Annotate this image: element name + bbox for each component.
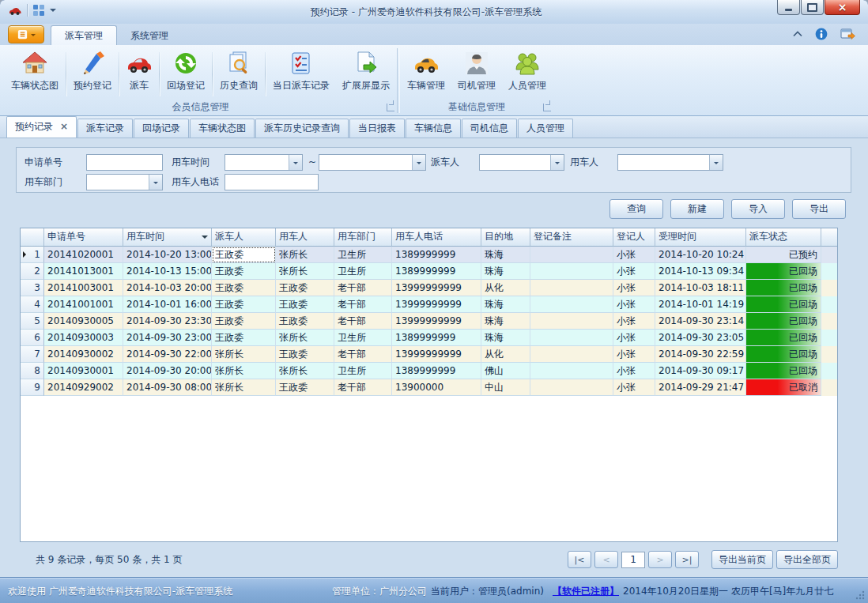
doc-tab-2[interactable]: 派车记录: [77, 119, 133, 138]
ribbon-button-1-1[interactable]: 车辆状态图: [5, 48, 65, 100]
row-header[interactable]: 7: [21, 346, 44, 363]
cell-status[interactable]: 已回场: [746, 296, 821, 313]
cell-destination[interactable]: 珠海: [481, 263, 530, 280]
cell-registrar[interactable]: 小张: [613, 313, 655, 330]
table-row[interactable]: 4201410010012014-10-01 16:00王政委王政委老干部139…: [21, 296, 837, 313]
resize-grip-icon[interactable]: [855, 590, 865, 600]
column-header-6[interactable]: 用车人电话: [392, 228, 481, 247]
quick-access-dropdown-icon[interactable]: [50, 9, 56, 15]
ribbon-button-1-3[interactable]: 派车: [120, 48, 158, 100]
cell-registrar[interactable]: 小张: [613, 263, 655, 280]
cell-status[interactable]: 已回场: [746, 280, 821, 296]
dispatcher-combobox[interactable]: [479, 154, 564, 171]
user-combobox[interactable]: [617, 154, 723, 171]
ribbon-button-2-1[interactable]: 车辆管理: [401, 48, 451, 100]
cell-use-time[interactable]: 2014-09-30 20:00: [123, 363, 212, 379]
doc-tab-5[interactable]: 派车历史记录查询: [255, 119, 349, 138]
ribbon-button-1-6[interactable]: 当日派车记录: [266, 48, 336, 100]
cell-order-no[interactable]: 20140930003: [44, 330, 123, 346]
cell-order-no[interactable]: 20141003001: [44, 280, 123, 296]
table-row[interactable]: 7201409300022014-09-30 22:00张所长王政委老干部139…: [21, 346, 837, 363]
first-page-button[interactable]: |<: [568, 551, 591, 568]
doc-tab-6[interactable]: 当日报表: [349, 119, 405, 138]
column-header-3[interactable]: 派车人: [212, 228, 276, 247]
cell-destination[interactable]: 从化: [481, 280, 530, 296]
cell-registrar[interactable]: 小张: [613, 379, 655, 396]
doc-tab-9[interactable]: 人员管理: [518, 119, 573, 138]
cell-accept-time[interactable]: 2014-10-20 10:24: [655, 247, 746, 263]
department-combobox[interactable]: [86, 174, 163, 190]
cell-user[interactable]: 王政委: [276, 379, 334, 396]
cell-use-time[interactable]: 2014-10-13 15:00: [123, 263, 212, 280]
layout-grid-icon[interactable]: [32, 4, 45, 17]
cell-remark[interactable]: [530, 379, 613, 396]
cell-phone[interactable]: 1389999999: [392, 263, 481, 280]
cell-phone[interactable]: 13900000: [392, 379, 481, 396]
ribbon-button-2-2[interactable]: 司机管理: [451, 48, 502, 100]
cell-user[interactable]: 张所长: [276, 247, 334, 263]
cell-accept-time[interactable]: 2014-09-29 21:47: [655, 379, 746, 396]
cell-dispatcher[interactable]: 王政委: [212, 330, 276, 346]
cell-department[interactable]: 老干部: [334, 313, 392, 330]
row-header[interactable]: 3: [21, 280, 44, 296]
ribbon-button-1-7[interactable]: 扩展屏显示: [336, 48, 396, 100]
cell-department[interactable]: 老干部: [334, 346, 392, 363]
cell-destination[interactable]: 珠海: [481, 247, 530, 263]
cell-use-time[interactable]: 2014-09-30 23:30: [123, 313, 212, 330]
doc-tab-3[interactable]: 回场记录: [134, 119, 189, 138]
chevron-down-icon[interactable]: [289, 155, 302, 170]
row-header[interactable]: 6: [21, 330, 44, 346]
cell-department[interactable]: 卫生所: [334, 263, 392, 280]
cell-registrar[interactable]: 小张: [613, 247, 655, 263]
column-header-1[interactable]: 申请单号: [44, 228, 123, 247]
cell-user[interactable]: 王政委: [276, 296, 334, 313]
cell-destination[interactable]: 珠海: [481, 296, 530, 313]
column-header-8[interactable]: 登记备注: [530, 228, 613, 247]
info-icon[interactable]: [815, 28, 828, 40]
cell-status[interactable]: 已回场: [746, 313, 821, 330]
chevron-down-icon[interactable]: [550, 155, 564, 170]
query-button[interactable]: 查询: [609, 199, 663, 219]
cell-phone[interactable]: 1389999999: [392, 247, 481, 263]
cell-user[interactable]: 张所长: [276, 363, 334, 379]
export-current-page-button[interactable]: 导出当前页: [711, 550, 773, 569]
cell-destination[interactable]: 从化: [481, 346, 530, 363]
cell-dispatcher[interactable]: 张所长: [212, 379, 276, 396]
last-page-button[interactable]: >|: [675, 551, 699, 568]
request-no-input[interactable]: [86, 154, 163, 171]
cell-accept-time[interactable]: 2014-09-30 09:17: [655, 363, 746, 379]
cell-dispatcher[interactable]: 王政委: [212, 247, 276, 263]
cell-department[interactable]: 老干部: [334, 379, 392, 396]
cell-registrar[interactable]: 小张: [613, 363, 655, 379]
minimize-button[interactable]: [777, 0, 800, 15]
use-time-from-combobox[interactable]: [225, 154, 303, 171]
table-row[interactable]: 9201409290022014-09-30 08:00张所长王政委老干部139…: [21, 379, 837, 396]
cell-user[interactable]: 张所长: [276, 263, 334, 280]
cell-dispatcher[interactable]: 王政委: [212, 313, 276, 330]
ribbon-button-2-3[interactable]: 人员管理: [502, 48, 553, 100]
cell-use-time[interactable]: 2014-09-30 22:00: [123, 346, 212, 363]
app-menu-button[interactable]: [8, 25, 44, 43]
column-header-10[interactable]: 受理时间: [655, 228, 746, 247]
cell-accept-time[interactable]: 2014-09-30 23:14: [655, 313, 746, 330]
cell-phone[interactable]: 13999999999: [392, 313, 481, 330]
column-header-9[interactable]: 登记人: [613, 228, 655, 247]
cell-dispatcher[interactable]: 王政委: [212, 296, 276, 313]
row-header[interactable]: 2: [21, 263, 44, 280]
ribbon-button-1-4[interactable]: 回场登记: [160, 48, 211, 100]
column-header-2[interactable]: 用车时间: [123, 228, 212, 247]
cell-accept-time[interactable]: 2014-10-01 14:19: [655, 296, 746, 313]
next-page-button[interactable]: >: [648, 551, 672, 568]
cell-remark[interactable]: [530, 330, 613, 346]
cell-use-time[interactable]: 2014-10-03 20:00: [123, 280, 212, 296]
cell-registrar[interactable]: 小张: [613, 330, 655, 346]
cell-status[interactable]: 已预约: [746, 247, 821, 263]
cell-order-no[interactable]: 20141001001: [44, 296, 123, 313]
collapse-ribbon-chevron-icon[interactable]: [793, 31, 802, 37]
row-header[interactable]: 5: [21, 313, 44, 330]
cell-department[interactable]: 老干部: [334, 296, 392, 313]
license-link[interactable]: 【软件已注册】: [553, 585, 619, 598]
table-row[interactable]: 8201409300012014-09-30 20:00张所长张所长卫生所138…: [21, 363, 837, 379]
cell-accept-time[interactable]: 2014-10-13 09:34: [655, 263, 746, 280]
table-row[interactable]: 3201410030012014-10-03 20:00王政委王政委老干部139…: [21, 280, 837, 296]
